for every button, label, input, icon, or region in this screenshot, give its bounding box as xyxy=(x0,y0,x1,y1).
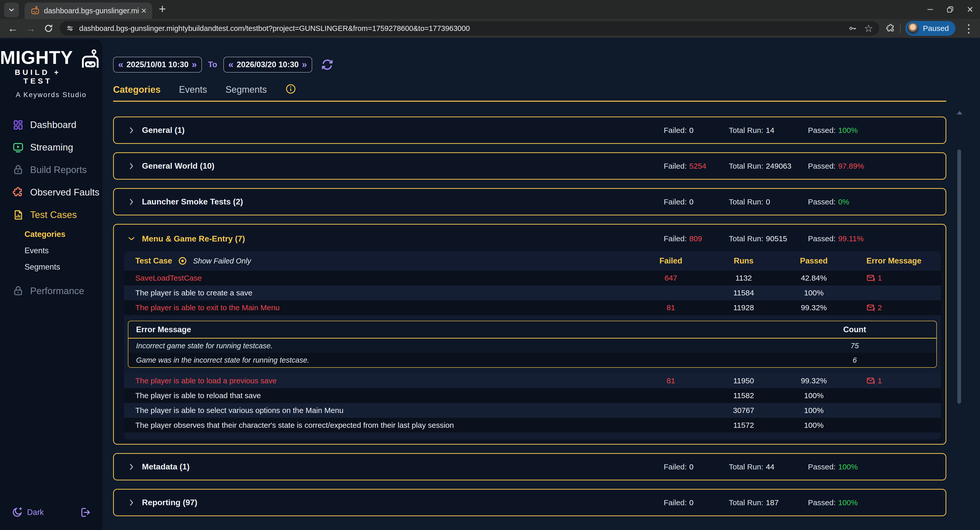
category-list: General (1) Failed:0 Total Run:14 Passed… xyxy=(113,117,946,516)
to-date-picker[interactable]: « 2026/03/20 10:30 » xyxy=(223,57,312,73)
passed-value: 99.11% xyxy=(838,234,864,243)
password-key-icon[interactable] xyxy=(848,24,857,33)
table-row[interactable]: The player is able to reload that save 1… xyxy=(124,388,941,403)
sidebar-item-label: Streaming xyxy=(30,142,73,153)
passed-value: 0% xyxy=(838,198,849,206)
address-bar[interactable]: dashboard.bgs-gunslinger.mightybuildandt… xyxy=(60,21,879,35)
info-button[interactable] xyxy=(285,83,296,94)
failed-label: Failed: xyxy=(664,198,687,206)
back-button[interactable]: ← xyxy=(8,23,18,34)
chevron-right-icon[interactable] xyxy=(127,198,136,206)
failed-value: 0 xyxy=(689,498,694,507)
error-mail-icon[interactable] xyxy=(866,303,875,312)
moon-icon xyxy=(11,506,23,518)
browser-tab[interactable]: dashboard.bgs-gunslinger.migh × xyxy=(24,3,152,19)
table-row[interactable]: SaveLoadTestCase 647 1132 42.84% 1 xyxy=(124,271,941,286)
sidebar-item-dashboard[interactable]: Dashboard xyxy=(0,114,102,136)
tab-search-button[interactable] xyxy=(4,3,19,18)
sidebar-subitem-events[interactable]: Events xyxy=(0,243,102,259)
show-failed-only-label[interactable]: Show Failed Only xyxy=(193,257,251,265)
browser-menu-button[interactable]: ⋮ xyxy=(963,22,974,35)
date-prev-icon[interactable]: « xyxy=(118,59,123,70)
sidebar-subitem-categories[interactable]: Categories xyxy=(0,226,102,243)
error-mail-icon[interactable] xyxy=(866,377,875,385)
failed-label: Failed: xyxy=(664,498,687,507)
failed-label: Failed: xyxy=(664,463,687,471)
table-row[interactable]: The player observes that their character… xyxy=(124,418,941,433)
maximize-button[interactable] xyxy=(940,0,960,19)
category-card-menu-game-re-entry[interactable]: Menu & Game Re-Entry (7) Failed:809 Tota… xyxy=(113,224,946,445)
browser-toolbar: ← → dashboard.bgs-gunslinger.mightybuild… xyxy=(0,19,980,38)
close-window-button[interactable]: × xyxy=(960,0,980,19)
table-row[interactable]: The player is able to create a save 1158… xyxy=(124,286,941,300)
url-text[interactable]: dashboard.bgs-gunslinger.mightybuildandt… xyxy=(79,24,842,33)
category-title: Menu & Game Re-Entry (7) xyxy=(142,234,245,244)
forward-button[interactable]: → xyxy=(25,23,36,34)
new-tab-button[interactable]: + xyxy=(159,2,166,16)
category-card-general-world[interactable]: General World (10) Failed:5254 Total Run… xyxy=(113,152,946,180)
table-row[interactable]: The player is able to select various opt… xyxy=(124,403,941,418)
chevron-right-icon[interactable] xyxy=(127,126,136,135)
tab-events[interactable]: Events xyxy=(179,84,207,95)
sidebar-subitem-segments[interactable]: Segments xyxy=(0,259,102,275)
tab-segments[interactable]: Segments xyxy=(226,84,267,95)
to-date-value[interactable]: 2026/03/20 10:30 xyxy=(237,60,299,69)
tab-close-icon[interactable]: × xyxy=(141,6,146,15)
from-date-picker[interactable]: « 2025/10/01 10:30 » xyxy=(113,57,202,73)
profile-button[interactable]: Paused xyxy=(905,21,956,36)
category-card-reporting[interactable]: Reporting (97) Failed:0 Total Run:187 Pa… xyxy=(113,489,946,516)
site-settings-icon[interactable] xyxy=(66,24,74,32)
date-prev-icon[interactable]: « xyxy=(229,59,234,70)
error-mail-icon[interactable] xyxy=(866,274,875,283)
passed-label: Passed: xyxy=(808,234,835,243)
bookmark-star-icon[interactable]: ☆ xyxy=(864,22,873,34)
total-run-value: 249063 xyxy=(766,162,791,171)
chevron-right-icon[interactable] xyxy=(127,498,136,507)
show-failed-only-toggle-icon[interactable] xyxy=(178,256,188,266)
failed-label: Failed: xyxy=(664,234,687,243)
logo: MIGHTY BUILD + TEST xyxy=(0,48,102,85)
passed-column-header: Passed xyxy=(776,256,852,265)
sidebar-item-build-reports[interactable]: Build Reports xyxy=(0,159,102,181)
theme-toggle[interactable]: Dark xyxy=(11,506,44,518)
date-next-icon[interactable]: » xyxy=(192,59,197,70)
sidebar-item-observed-faults[interactable]: Observed Faults xyxy=(0,181,102,204)
category-card-general[interactable]: General (1) Failed:0 Total Run:14 Passed… xyxy=(113,117,946,144)
logo-tagline: A Keywords Studio xyxy=(0,91,102,99)
runs-column-header: Runs xyxy=(712,256,776,265)
total-run-value: 0 xyxy=(766,198,770,206)
refresh-button[interactable] xyxy=(321,58,334,71)
chevron-down-icon[interactable] xyxy=(127,234,136,243)
streaming-monitor-icon xyxy=(12,142,24,153)
sidebar-item-performance[interactable]: Performance xyxy=(0,280,102,302)
tab-title: dashboard.bgs-gunslinger.migh xyxy=(44,6,138,15)
scrollbar-up-arrow[interactable] xyxy=(957,111,963,115)
sidebar-footer: Dark xyxy=(11,506,91,518)
total-run-label: Total Run: xyxy=(729,463,763,471)
total-run-value: 90515 xyxy=(766,234,787,243)
test-case-table: Test Case Show Failed Only Failed Runs P… xyxy=(124,251,941,439)
category-card-metadata[interactable]: Metadata (1) Failed:0 Total Run:44 Passe… xyxy=(113,453,946,481)
reload-button[interactable] xyxy=(44,24,53,33)
sidebar-item-test-cases[interactable]: Test Cases xyxy=(0,204,102,226)
sidebar-item-streaming[interactable]: Streaming xyxy=(0,136,102,159)
tab-categories[interactable]: Categories xyxy=(113,84,161,95)
test-case-header: Test Case xyxy=(135,256,172,265)
failed-value: 0 xyxy=(689,198,694,206)
chevron-right-icon[interactable] xyxy=(127,463,136,471)
scrollbar-thumb[interactable] xyxy=(957,150,961,404)
table-row[interactable]: The player is able to load a previous sa… xyxy=(124,374,941,388)
failed-value: 5254 xyxy=(689,162,706,171)
sidebar-item-label: Build Reports xyxy=(30,164,87,175)
chevron-right-icon[interactable] xyxy=(127,162,136,171)
logo-title: MIGHTY xyxy=(0,48,76,67)
total-run-label: Total Run: xyxy=(729,162,763,171)
minimize-button[interactable] xyxy=(920,0,940,19)
category-card-launcher-smoke-tests[interactable]: Launcher Smoke Tests (2) Failed:0 Total … xyxy=(113,188,946,216)
logout-icon[interactable] xyxy=(80,506,91,518)
table-row[interactable]: The player is able to exit to the Main M… xyxy=(124,300,941,315)
extensions-puzzle-icon[interactable] xyxy=(886,24,896,33)
from-date-value[interactable]: 2025/10/01 10:30 xyxy=(126,60,188,69)
date-next-icon[interactable]: » xyxy=(302,59,307,70)
category-title: Reporting (97) xyxy=(142,498,197,507)
